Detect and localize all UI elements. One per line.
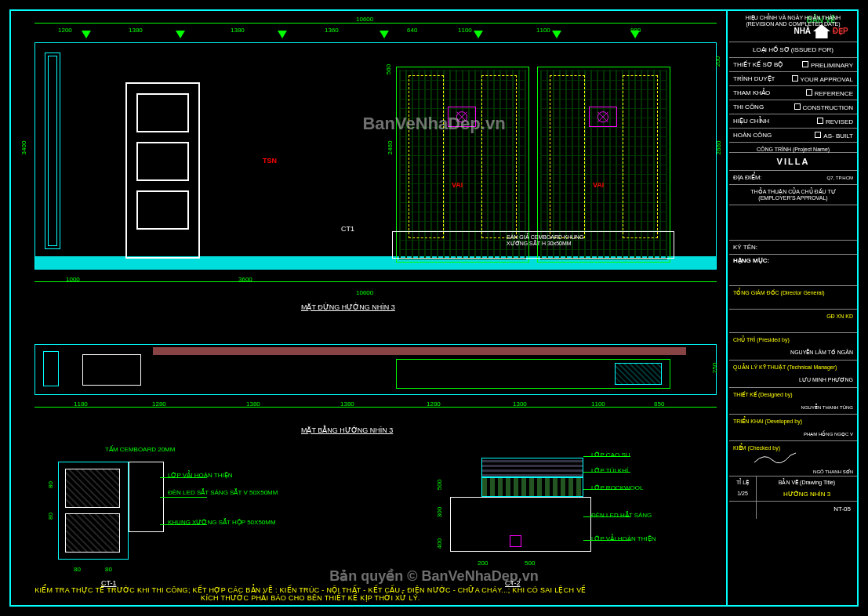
tb-revision-header: HIỆU CHỈNH VÀ NGÀY HOÀN THÀNH (REVISION …: [729, 11, 857, 42]
dim: 3600: [238, 276, 252, 283]
tb-presided: CHỦ TRÌ (Presided by) NGUYỄN LÂM TỐ NGÂN: [729, 333, 857, 361]
pilaster: [45, 53, 60, 249]
tb-issued-for: LOẠI HỒ SƠ (ISSUED FOR): [729, 42, 857, 58]
led-strip-icon: [510, 535, 521, 547]
note: LỚP VẢI HOÀN THIỆN: [168, 472, 233, 479]
dim: 1360: [325, 27, 339, 34]
plan-wardrobe: [396, 359, 670, 389]
dim: 500: [436, 480, 443, 490]
dim: 80: [105, 566, 112, 573]
tb-row-revised: HIỆU CHỈNHREVISED: [729, 114, 857, 129]
dim: 980: [630, 27, 641, 34]
door-panel: [136, 190, 189, 230]
tb-row-construction: THI CÔNGCONSTRUCTION: [729, 100, 857, 114]
dim: 80: [74, 566, 81, 573]
plan-view: 250 1180 1280 1380 1380 1280 1300 1100 8…: [35, 336, 717, 426]
door: [125, 82, 200, 259]
drawing-canvas: TSN VAI VAI SÀN: [11, 11, 728, 605]
dim: 2460: [387, 141, 394, 155]
dim: 850: [654, 400, 664, 408]
wall-hatch: [153, 347, 686, 355]
dim: 1280: [152, 400, 166, 408]
plan-door: [82, 354, 141, 386]
dim-total-width: 10600: [356, 16, 373, 23]
signature-icon: [753, 451, 800, 466]
dim: 640: [407, 27, 417, 34]
dim-line: [35, 407, 717, 408]
dim: 200: [714, 56, 721, 67]
tb-row-asbuilt: HOÀN CÔNGAS- BUILT: [729, 129, 857, 143]
door-panel: [136, 142, 189, 181]
detail-ct1: TẤM CEMBOARD 20MM LỚP VẢI HOÀN THIỆN ĐÈN…: [58, 450, 223, 575]
section-marker-icon: [278, 31, 287, 38]
dim: 250: [711, 363, 718, 373]
dim: 1100: [536, 27, 550, 34]
tb-row-preliminary: THIẾT KẾ SƠ BỘPRELIMINARY: [729, 58, 857, 72]
dim: 1380: [129, 27, 143, 34]
door-panel: [136, 93, 189, 132]
dim: 1380: [340, 400, 354, 408]
elevation-outline: TSN VAI VAI SÀN: [35, 42, 717, 270]
tb-signature-area: [729, 205, 857, 241]
checkbox-icon: [806, 89, 812, 96]
dim: 500: [525, 560, 535, 567]
section-marker-icon: [380, 31, 389, 38]
note: TẤM CEMBOARD 20MM: [105, 446, 175, 453]
tb-project-label: CÔNG TRÌNH (Project Name): [729, 143, 857, 153]
tb-scale-title: TỈ LỆ 1/25 BẢN VẼ (Drawing Title) HƯỚNG …: [729, 476, 857, 502]
label-tsn: TSN: [263, 157, 277, 165]
dim: 1280: [427, 400, 441, 408]
section-marker-icon: [176, 31, 185, 38]
dim-height: 3400: [20, 141, 27, 155]
dim: 1380: [231, 27, 245, 34]
section-marker-icon: [82, 31, 91, 38]
checkbox-icon: [815, 132, 821, 138]
vent-icon: [448, 107, 476, 127]
dim: 1100: [458, 27, 472, 34]
note-san: SÀN GIẢ CEMBOARD KHUNG XƯỜNG SẮT H 30x50…: [507, 234, 585, 247]
dim: 560: [385, 64, 392, 74]
detail-ct2: LỚP CAO SU LỚP TÚI KHÍ LỚP ROCKWOOL ĐÈN …: [434, 450, 654, 575]
note: LỚP ROCKWOOL: [591, 484, 643, 491]
tb-hangmuc: HẠNG MỤC:: [729, 255, 857, 286]
note: KHUNG XƯỜNG SẮT HỘP 50X50MM: [168, 519, 238, 526]
dim: 1380: [246, 400, 260, 408]
note: LỚP TÚI KHÍ: [591, 467, 628, 474]
verification-note: KIỂM TRA THỰC TẾ TRƯỚC KHI THI CÔNG; KẾT…: [35, 586, 587, 602]
tb-director: TỔNG GIÁM ĐỐC (Director General): [729, 286, 857, 310]
section-marker-icon: [552, 31, 561, 38]
tb-developed-by: TRIỂN KHAI (Developed by) PHẠM HỒNG NGỌC…: [729, 415, 857, 441]
elevation-title: MẶT ĐỨNG HƯỚNG NHÌN 3: [301, 303, 395, 311]
dim: 80: [47, 513, 54, 520]
dim: 1180: [74, 400, 88, 408]
dim: 80: [47, 481, 54, 488]
dim: 10600: [356, 289, 373, 296]
tb-sheet-no: NT-05: [757, 502, 857, 519]
dim: 2660: [716, 141, 723, 155]
dim-line: [35, 281, 717, 282]
elevation-view: TSN VAI VAI SÀN: [35, 27, 717, 285]
tb-gdxn: GĐ XN KD: [729, 310, 857, 333]
checkbox-icon: [802, 61, 808, 67]
dim: 1000: [66, 276, 80, 283]
label-vai: VAI: [593, 181, 604, 189]
dim-line: [35, 23, 717, 24]
note: LỚP VẢI HOÀN THIỆN: [591, 535, 656, 542]
plan-outline: 250: [35, 344, 717, 395]
tb-checked-by: KIỂM (Checked by) NGÔ THANH SƠN: [729, 441, 857, 476]
tb-designed-by: THIẾT KẾ (Designed by) NGUYỄN THANH TÙNG: [729, 388, 857, 415]
dim: 200: [478, 560, 488, 567]
checkbox-icon: [817, 118, 823, 124]
tb-kyten: KÝ TÊN:: [729, 241, 857, 255]
label-vai: VAI: [452, 181, 463, 189]
tb-project-name: VILLA: [729, 153, 857, 171]
title-block: HIỆU CHỈNH VÀ NGÀY HOÀN THÀNH (REVISION …: [729, 11, 857, 605]
dim: 400: [436, 538, 443, 549]
dim: 1300: [513, 400, 527, 408]
detail-ref-ct1: CT1: [341, 225, 354, 233]
section-marker-icon: [474, 31, 483, 38]
dim: 1100: [591, 400, 605, 408]
tb-tech-manager: QUẢN LÝ KỸ THUẬT (Technical Manager) LƯU…: [729, 361, 857, 388]
base-cabinet: SÀN GIẢ CEMBOARD KHUNG XƯỜNG SẮT H 30x50…: [392, 231, 674, 259]
tb-row-reference: THAM KHẢOREFERENCE: [729, 86, 857, 100]
